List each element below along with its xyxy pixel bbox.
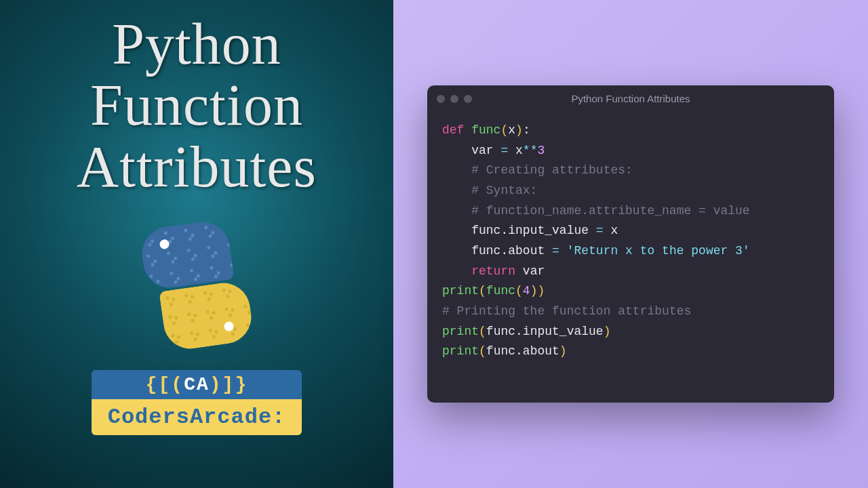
code-line: # Printing the function attributes [442,302,819,322]
code-line: var = x**3 [442,141,819,161]
code-line: return var [442,262,819,282]
traffic-light-maximize-icon[interactable] [464,95,472,103]
code-line: print(func.input_value) [442,322,819,342]
code-line: # Syntax: [442,181,819,201]
traffic-light-close-icon[interactable] [437,95,445,103]
code-line: print(func(4)) [442,281,819,302]
python-logo-icon [129,218,264,353]
code-line: func.input_value = x [442,221,819,241]
code-line: print(func.about) [442,342,819,362]
title-line-3: Attributes [77,136,317,197]
badge-braces-close: )]} [210,374,248,395]
code-editor-window: Python Function Attributes def func(x): … [427,85,834,403]
code-line: # function_name.attribute_name = value [442,201,819,222]
badge-bottom: CodersArcade: [92,399,302,435]
badge-braces-open: {[( [146,374,184,395]
editor-body: def func(x): var = x**3 # Creating attri… [427,113,834,403]
title-line-2: Function [90,75,303,136]
traffic-light-minimize-icon[interactable] [450,95,458,103]
badge-ca: CA [184,374,210,395]
title-line-1: Python [112,14,281,75]
code-line: def func(x): [442,121,819,141]
code-line: func.about = 'Return x to the power 3' [442,241,819,262]
badge-top: {[(CA)]} [92,370,302,399]
code-line: # Creating attributes: [442,161,819,181]
left-panel: Python Function Attributes {[(CA)]} Code… [0,0,393,488]
right-panel: Python Function Attributes def func(x): … [393,0,868,488]
editor-title: Python Function Attributes [427,93,834,104]
coders-arcade-badge: {[(CA)]} CodersArcade: [92,370,302,435]
traffic-lights [437,95,472,103]
editor-titlebar: Python Function Attributes [427,85,834,113]
